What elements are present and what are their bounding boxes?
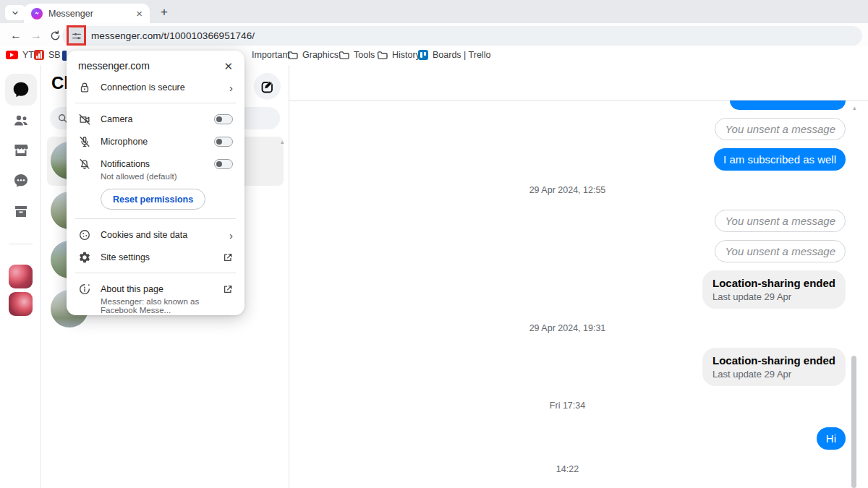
reload-button[interactable] bbox=[47, 28, 63, 43]
message-list: You unsent a message I am subscribed as … bbox=[289, 100, 868, 488]
lock-icon bbox=[78, 81, 91, 94]
storefront-icon bbox=[12, 142, 30, 159]
bookmark-yt[interactable]: YT bbox=[6, 50, 34, 60]
notifications-toggle[interactable] bbox=[214, 159, 233, 169]
message-unsent[interactable]: You unsent a message bbox=[289, 118, 846, 140]
timestamp-divider: 29 Apr 2024, 12:55 bbox=[289, 185, 846, 195]
new-tab-button[interactable]: + bbox=[156, 4, 172, 20]
nav-chats-button[interactable] bbox=[5, 74, 37, 106]
site-info-button[interactable] bbox=[69, 27, 85, 44]
messenger-nav-rail bbox=[0, 65, 41, 488]
permission-camera-row: Camera bbox=[78, 113, 233, 126]
people-icon bbox=[12, 112, 30, 129]
notifications-default-note: Not allowed (default) bbox=[101, 172, 233, 181]
compose-icon bbox=[260, 80, 275, 94]
browser-window: Messenger × + ← → messenger.com/t/100010… bbox=[0, 0, 868, 488]
notifications-off-icon bbox=[78, 158, 91, 171]
gear-icon bbox=[78, 251, 91, 264]
chevron-right-icon: › bbox=[229, 82, 233, 94]
tab-strip: Messenger × + bbox=[0, 0, 868, 23]
message-sent[interactable]: I am subscribed as well bbox=[289, 148, 846, 171]
popup-title: messenger.com bbox=[78, 60, 150, 72]
messenger-favicon-icon bbox=[31, 8, 43, 20]
message-unsent[interactable]: You unsent a message bbox=[289, 210, 846, 232]
trello-icon bbox=[418, 50, 428, 60]
about-subtitle: Messenger: also known as Facebook Messe.… bbox=[101, 297, 233, 314]
event-subtitle: Last update 29 Apr bbox=[712, 291, 835, 302]
archive-box-icon bbox=[12, 202, 30, 220]
cookies-row[interactable]: Cookies and site data › bbox=[78, 228, 233, 241]
back-button[interactable]: ← bbox=[8, 28, 24, 43]
chevron-right-icon: › bbox=[229, 229, 233, 241]
nav-marketplace-button[interactable] bbox=[12, 142, 30, 159]
chart-icon bbox=[34, 50, 44, 60]
nav-profile-avatar[interactable] bbox=[9, 265, 33, 288]
message-sent-partial[interactable] bbox=[289, 100, 846, 110]
chat-bubble-icon bbox=[12, 80, 30, 99]
message-unsent[interactable]: You unsent a message bbox=[289, 240, 846, 262]
microphone-toggle[interactable] bbox=[214, 137, 233, 147]
browser-tab-messenger[interactable]: Messenger × bbox=[24, 4, 150, 23]
permission-notifications-row: Notifications bbox=[78, 158, 233, 171]
chat-list-scroll-caret[interactable]: ▴ bbox=[281, 138, 284, 145]
nav-archive-button[interactable] bbox=[12, 202, 30, 220]
bookmark-folder-tools[interactable]: Tools bbox=[339, 50, 375, 60]
folder-icon bbox=[339, 51, 349, 60]
youtube-icon bbox=[6, 51, 18, 59]
tab-title: Messenger bbox=[48, 9, 135, 19]
bookmark-important[interactable]: Important bbox=[252, 50, 290, 60]
site-info-popup: messenger.com ✕ Connection is secure › C… bbox=[67, 51, 244, 315]
nav-people-button[interactable] bbox=[12, 112, 30, 129]
tab-close-icon[interactable]: × bbox=[135, 8, 144, 19]
chevron-down-icon bbox=[12, 9, 19, 17]
bookmark-trello[interactable]: Boards | Trello bbox=[418, 50, 490, 60]
new-message-button[interactable] bbox=[254, 73, 281, 100]
event-subtitle: Last update 29 Apr bbox=[712, 369, 835, 380]
divider bbox=[75, 103, 236, 103]
bookmark-folder-history[interactable]: History bbox=[377, 50, 420, 60]
camera-off-icon bbox=[78, 113, 91, 126]
chat-dots-icon bbox=[12, 172, 30, 189]
event-title: Location-sharing ended bbox=[712, 277, 835, 289]
nav-message-requests-button[interactable] bbox=[12, 172, 30, 189]
connection-secure-row[interactable]: Connection is secure › bbox=[78, 81, 233, 94]
folder-icon bbox=[287, 51, 298, 60]
microphone-off-icon bbox=[78, 135, 91, 148]
message-sent[interactable]: Hi bbox=[289, 427, 846, 450]
tab-search-button[interactable] bbox=[5, 5, 25, 20]
divider bbox=[75, 273, 236, 273]
close-icon[interactable]: ✕ bbox=[224, 61, 233, 72]
forward-button[interactable]: → bbox=[28, 28, 44, 43]
url-text[interactable]: messenger.com/t/100010366951746/ bbox=[91, 30, 255, 41]
message-event-location[interactable]: Location-sharing ended Last update 29 Ap… bbox=[289, 270, 846, 309]
timestamp-divider: 29 Apr 2024, 19:31 bbox=[289, 323, 846, 333]
nav-divider bbox=[9, 244, 33, 244]
reset-permissions-button[interactable]: Reset permissions bbox=[101, 189, 205, 210]
divider bbox=[75, 218, 236, 219]
timestamp-divider: Fri 17:34 bbox=[289, 401, 846, 411]
timestamp-divider: 14:22 bbox=[289, 464, 846, 474]
camera-toggle[interactable] bbox=[214, 114, 233, 124]
conversation-scrollbar[interactable] bbox=[851, 356, 856, 488]
cookie-icon bbox=[78, 228, 91, 241]
nav-profile-avatar-2[interactable] bbox=[9, 292, 33, 316]
site-settings-row[interactable]: Site settings bbox=[78, 251, 233, 264]
bookmark-sb[interactable]: SB bbox=[34, 50, 61, 60]
tune-icon bbox=[71, 30, 82, 42]
about-this-page-row[interactable]: About this page bbox=[78, 283, 233, 296]
info-icon bbox=[78, 283, 91, 296]
external-link-icon bbox=[223, 252, 233, 262]
permission-microphone-row: Microphone bbox=[78, 135, 233, 148]
external-link-icon bbox=[223, 284, 233, 294]
folder-icon bbox=[377, 51, 388, 60]
event-title: Location-sharing ended bbox=[712, 354, 835, 367]
bookmark-folder-graphics[interactable]: Graphics bbox=[287, 50, 339, 60]
conversation-header bbox=[289, 65, 868, 100]
message-event-location[interactable]: Location-sharing ended Last update 29 Ap… bbox=[289, 348, 846, 386]
